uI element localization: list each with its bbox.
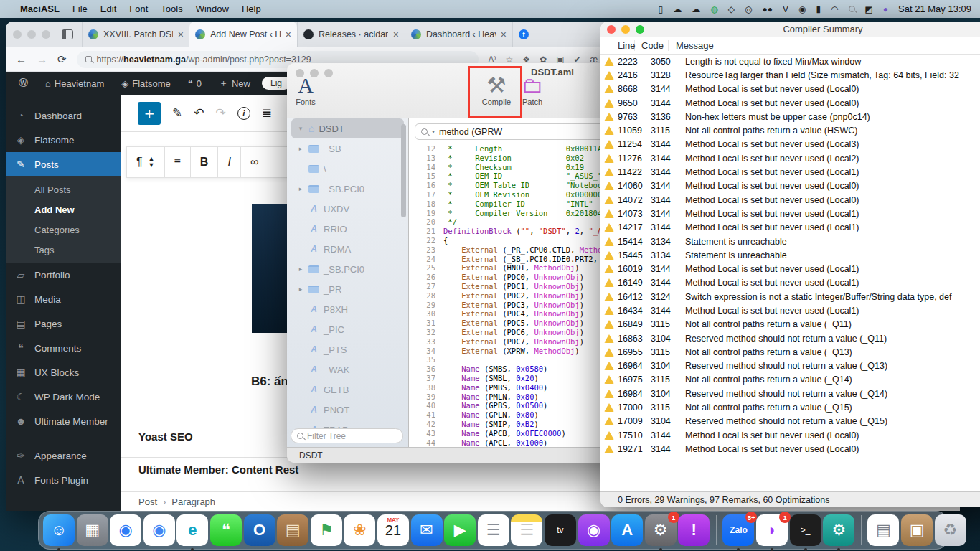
disclosure-icon[interactable]: ▸ (297, 286, 304, 293)
battery-icon[interactable]: ▮ (816, 4, 821, 14)
back-button[interactable]: ← (16, 53, 27, 65)
compiler-warning-row[interactable]: 110593115Not all control paths return a … (600, 123, 980, 137)
menu-window[interactable]: Window (196, 4, 229, 14)
v-icon[interactable]: V (783, 4, 788, 14)
browser-traffic-lights[interactable] (13, 30, 50, 39)
yoast-panel-title[interactable]: Yoast SEO (138, 430, 193, 443)
dock-zalo[interactable]: Zalo5+ (722, 514, 754, 546)
cloud-icon[interactable]: ☁ (673, 4, 682, 14)
tree-node-pic[interactable]: A_PIC (287, 319, 408, 339)
browser-tab[interactable]: XXVIII. Patch DSD× (82, 22, 189, 47)
dock-launchpad[interactable]: ▦ (77, 514, 108, 546)
tree-node-dsdt[interactable]: ▾⌂DSDT (291, 118, 404, 138)
compiler-warning-row[interactable]: 168493115Not all control paths return a … (600, 318, 980, 331)
compiler-warning-row[interactable]: 169843104Reserved method should not retu… (600, 387, 980, 400)
link-button[interactable]: ∞ (241, 147, 268, 177)
dock-notes[interactable]: ☰ (511, 514, 542, 546)
redo-icon[interactable]: ↷ (216, 105, 226, 121)
sidebar-item-media[interactable]: ◫Media (6, 287, 121, 311)
sidebar-item-fonts-plugin[interactable]: AFonts Plugin (6, 468, 121, 492)
compiler-warning-row[interactable]: 154143134Statement is unreachable (600, 235, 980, 248)
tree-node-pts[interactable]: A_PTS (287, 339, 408, 359)
compiler-warning-row[interactable]: 22233050Length is not equal to fixed Min… (600, 55, 980, 68)
compiler-warning-row[interactable]: 169643104Reserved method should not retu… (600, 359, 980, 373)
disclosure-icon[interactable]: ▾ (297, 125, 304, 132)
menu-help[interactable]: Help (242, 4, 261, 14)
compiler-warning-row[interactable]: 169753115Not all control paths return a … (600, 373, 980, 387)
tab-close-icon[interactable]: × (501, 29, 507, 40)
menubar-clock[interactable]: Sat 21 May 13:09 (898, 4, 971, 14)
tree-node-rrio[interactable]: ARRIO (287, 219, 408, 239)
sidebar-item-wp-dark-mode[interactable]: ☾WP Dark Mode (6, 385, 121, 409)
wp-mode-toggle[interactable]: Lig (262, 77, 291, 90)
vertical-tabs-icon[interactable] (62, 29, 73, 39)
app-menu-title[interactable]: MaciASL (20, 4, 60, 14)
tree-node-sb[interactable]: ▸_SB (287, 138, 408, 159)
wp-site-name[interactable]: ⌂Heavietnam (39, 78, 110, 89)
forward-button[interactable]: → (37, 53, 47, 65)
shield-icon[interactable]: ◇ (728, 4, 735, 14)
wifi-icon[interactable]: ◠ (831, 4, 838, 14)
wp-new-button[interactable]: ＋New (213, 77, 256, 90)
post-caption[interactable]: B6: ấn (251, 375, 288, 389)
play-circle-icon[interactable]: ◉ (798, 4, 806, 14)
dock-messages[interactable]: ❝ (210, 514, 242, 546)
menu-edit[interactable]: Edit (100, 4, 116, 14)
sidebar-item-dashboard[interactable]: ◔Dashboard (6, 103, 121, 128)
browser-tab[interactable]: Releases · acidan× (297, 22, 405, 47)
compiler-warning-row[interactable]: 160193144Method Local is set but never u… (600, 262, 980, 276)
paragraph-block-icon[interactable]: ¶ ▲▼ (127, 147, 165, 177)
compiler-warning-row[interactable]: 112543144Method Local is set but never u… (600, 138, 980, 151)
time-machine-icon[interactable]: ◎ (745, 4, 752, 14)
tab-close-icon[interactable]: × (393, 29, 399, 40)
compiler-warning-row[interactable]: 192713144Method Local is set but never u… (600, 442, 980, 456)
tree-scrollbar[interactable] (401, 124, 406, 217)
dock-finder[interactable]: ☺ (43, 514, 75, 546)
reload-button[interactable]: ⟳ (57, 53, 67, 66)
browser-tab[interactable]: Add New Post ‹ H× (189, 22, 297, 47)
compiler-warning-row[interactable]: 96503144Method Local is set but never us… (600, 96, 980, 110)
dock-downloads-docs[interactable]: ▤ (867, 514, 899, 546)
compiler-warning-row[interactable]: 168633104Reserved method should not retu… (600, 331, 980, 345)
compiler-warning-row[interactable]: 114223144Method Local is set but never u… (600, 165, 980, 179)
details-icon[interactable]: i (237, 107, 250, 120)
tab-close-icon[interactable]: × (286, 29, 291, 40)
tab-close-icon[interactable]: × (178, 29, 184, 40)
nordvpn-icon[interactable]: ◍ (710, 4, 717, 14)
compiler-warning-row[interactable]: 164123124Switch expression is not a stat… (600, 290, 980, 303)
compiler-warning-row[interactable]: 140723144Method Local is set but never u… (600, 193, 980, 207)
dock-system-settings[interactable]: ⚙1 (645, 514, 677, 546)
menu-file[interactable]: File (72, 4, 88, 14)
add-block-button[interactable]: ＋ (138, 102, 161, 125)
tree-node-wak[interactable]: A_WAK (287, 359, 408, 380)
compiler-warning-row[interactable]: 175103144Method Local is set but never u… (600, 428, 980, 442)
tree-node-pr[interactable]: ▸_PR (287, 279, 408, 299)
column-line[interactable]: Line (600, 40, 635, 51)
spotlight-icon[interactable] (849, 6, 855, 12)
compiler-warning-row[interactable]: 170003115Not all control paths return a … (600, 400, 980, 414)
dock-messenger[interactable]: ◗1 (756, 514, 788, 546)
compiler-warning-row[interactable]: 112763144Method Local is set but never u… (600, 151, 980, 165)
compiler-warning-row[interactable]: 86683144Method Local is set but never us… (600, 83, 980, 96)
sidebar-item-flatsome[interactable]: ◈Flatsome (6, 128, 121, 152)
compiler-warning-row[interactable]: 164343144Method Local is set but never u… (600, 303, 980, 317)
dock-chrome[interactable]: ◉ (143, 514, 175, 546)
sidebar-item-pages[interactable]: ▤Pages (6, 311, 121, 336)
move-block-arrows[interactable]: ▲▼ (149, 156, 155, 169)
align-icon[interactable]: ≡ (165, 147, 191, 177)
dock-terminal[interactable]: >_ (790, 514, 821, 546)
dock-apple-tv[interactable]: tv (545, 514, 576, 546)
wp-comments-count[interactable]: ❝0 (182, 78, 207, 89)
browser-tab[interactable]: Dashboard ‹ Heav× (405, 22, 512, 47)
dock-calendar[interactable]: MAY21 (377, 514, 409, 546)
dock-facetime[interactable]: ▶ (444, 514, 476, 546)
flickr-icon[interactable]: ●● (762, 4, 773, 14)
compiler-warning-row[interactable]: 154453134Statement is unreachable (600, 248, 980, 262)
tree-node-sbpci0[interactable]: ▸_SB.PCI0 (287, 259, 408, 279)
cloud-2-icon[interactable]: ☁ (692, 4, 700, 14)
sidebar-item-comments[interactable]: ❝Comments (6, 336, 121, 360)
tree-node-pnot[interactable]: APNOT (287, 400, 408, 420)
dock-downloads-media[interactable]: ▣ (901, 514, 933, 546)
display-icon[interactable]: ▯ (659, 4, 664, 14)
dock-edge[interactable]: e (176, 514, 208, 546)
